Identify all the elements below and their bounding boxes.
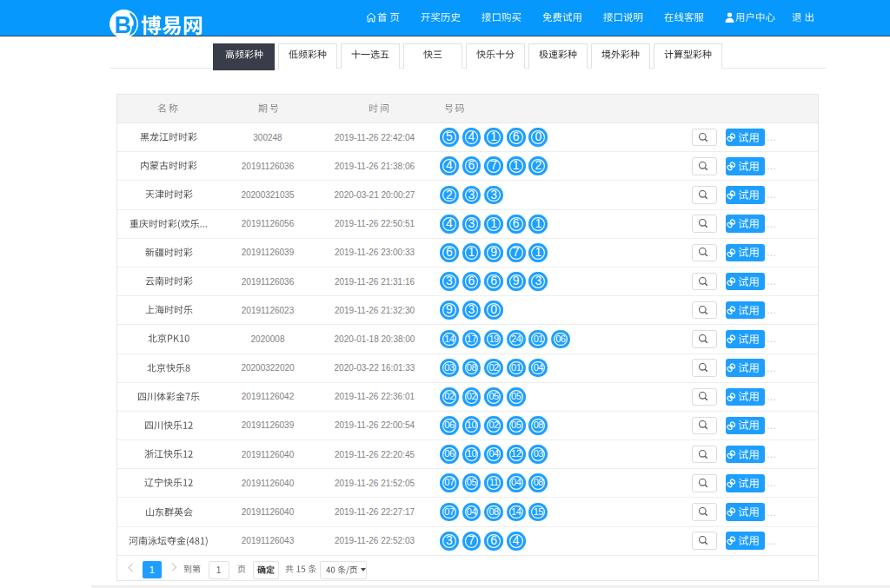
- svg-text:B: B: [115, 12, 132, 38]
